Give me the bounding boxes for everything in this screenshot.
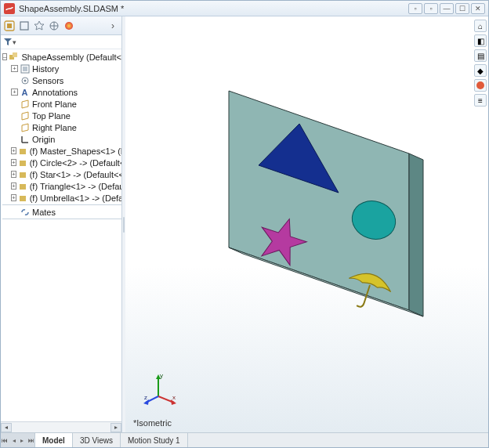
annotations-icon: A [20,87,30,97]
plane-icon [20,99,30,109]
tab-first-icon[interactable]: ⏮ [0,437,9,444]
tab-next-icon[interactable]: ▸ [19,437,25,444]
feature-tree: – ShapeAssembly (Default<Display Stat + … [1,49,121,421]
titlebar: ShapeAssembly.SLDASM * ▫ ▫ — ☐ ✕ [1,1,488,16]
svg-point-13 [24,79,26,81]
view-orientation-label: *Isometric [133,418,172,428]
sidebar-tabs: › [1,16,121,35]
svg-text:x: x [172,394,176,401]
scroll-right-icon[interactable]: ▸ [110,423,121,432]
tab-model[interactable]: Model [35,432,73,447]
tree-front-plane[interactable]: Front Plane [2,98,121,110]
tree-sensors[interactable]: Sensors [2,74,121,86]
tree-top-plane[interactable]: Top Plane [2,110,121,121]
filter-row[interactable]: ▾ [1,35,121,49]
tree-label: (f) Circle<2> -> (Default<<Default [30,158,121,168]
rail-button-icon[interactable]: ▤ [474,49,487,62]
svg-rect-16 [20,149,26,154]
tree-label: Front Plane [32,99,77,109]
expand-icon[interactable]: + [11,159,16,166]
collapse-icon[interactable]: – [2,53,7,60]
tab-config-icon[interactable] [33,20,45,32]
tree-annotations[interactable]: + A Annotations [2,86,121,98]
svg-rect-3 [20,22,28,30]
rail-button-icon[interactable]: ◆ [474,64,487,77]
bottom-tab-strip: ⏮ ◂ ▸ ⏭ Model 3D Views Motion Study 1 [1,432,488,447]
rail-button-icon[interactable]: ◧ [474,34,487,47]
tree-label: (f) Triangle<1> -> (Default<<Defa [30,182,121,191]
svg-rect-9 [13,52,17,57]
rail-appearance-icon[interactable] [474,79,487,92]
tree-component[interactable]: + (f) Star<1> -> (Default<<Default> [2,168,121,180]
origin-icon [20,134,30,144]
close-button[interactable]: ✕ [471,3,485,14]
tree-label: (f) Umbrella<1> -> (Default<<De [30,193,121,203]
tree-label: Origin [32,135,55,144]
tree-component[interactable]: + (f) Circle<2> -> (Default<<Default [2,157,121,168]
part-icon [18,146,27,156]
feature-tree-sidebar: › ▾ – ShapeAssembly (Default<Display Sta… [1,16,122,432]
rail-button-icon[interactable]: ≡ [474,94,487,107]
part-icon [18,169,27,179]
tree-root[interactable]: – ShapeAssembly (Default<Display Stat [2,51,121,63]
tab-prev-icon[interactable]: ◂ [11,437,17,444]
app-icon [4,3,15,14]
tree-label: (f) Star<1> -> (Default<<Default> [30,170,121,179]
graphics-viewport[interactable]: y x z *Isometric [125,16,488,432]
tree-mates[interactable]: Mates [2,206,121,218]
svg-text:y: y [160,372,163,379]
part-icon [18,181,27,191]
expand-icon[interactable]: + [11,89,18,96]
tree-origin[interactable]: Origin [2,133,121,145]
expand-icon[interactable]: + [11,65,18,72]
view-triad: y x z [141,368,180,410]
svg-marker-21 [229,91,409,310]
svg-rect-11 [23,67,27,71]
tab-dim-icon[interactable] [48,20,60,32]
svg-rect-17 [20,161,26,166]
minimize-button[interactable]: — [440,3,454,14]
mates-icon [20,207,30,217]
svg-rect-20 [20,196,26,201]
tree-label: Annotations [32,88,78,97]
svg-text:z: z [144,394,147,401]
tab-appearance-icon[interactable] [63,20,75,32]
part-icon [18,193,27,203]
tree-label: ShapeAssembly (Default<Display Stat [21,52,121,62]
assembly-icon [9,52,19,62]
tree-right-plane[interactable]: Right Plane [2,121,121,133]
tree-label: History [32,64,59,74]
tree-component[interactable]: + (f) Triangle<1> -> (Default<<Defa [2,180,121,192]
rail-home-icon[interactable]: ⌂ [474,20,487,32]
sidebar-h-scrollbar[interactable]: ◂ ▸ [1,421,121,432]
svg-point-7 [65,22,73,30]
tab-feature-tree-icon[interactable] [3,20,16,32]
tree-component[interactable]: + (f) Umbrella<1> -> (Default<<De [2,192,121,204]
window-button-extra1[interactable]: ▫ [408,3,422,14]
window-title: ShapeAssembly.SLDASM * [17,4,408,13]
plane-icon [20,122,30,132]
tree-label: Sensors [32,76,63,85]
tree-component[interactable]: + (f) Master_Shapes<1> (Default<< [2,145,121,157]
tree-label: Right Plane [32,123,77,132]
tab-motion-study[interactable]: Motion Study 1 [121,433,188,447]
svg-rect-2 [7,23,12,28]
tab-last-icon[interactable]: ⏭ [27,437,36,444]
tab-property-icon[interactable] [18,20,31,32]
tree-history[interactable]: + History [2,63,121,74]
svg-rect-19 [20,184,26,190]
tree-label: (f) Master_Shapes<1> (Default<< [30,146,121,156]
right-task-rail: ⌂ ◧ ▤ ◆ ≡ [473,16,488,107]
maximize-button[interactable]: ☐ [455,3,469,14]
svg-point-36 [476,81,484,89]
expand-icon[interactable]: + [11,182,16,190]
model-render [174,60,440,373]
expand-icon[interactable]: + [11,171,16,178]
tab-3d-views[interactable]: 3D Views [73,433,121,447]
expand-chevron-icon[interactable]: › [107,20,119,32]
window-button-extra2[interactable]: ▫ [424,3,438,14]
expand-icon[interactable]: + [11,194,16,201]
expand-icon[interactable]: + [11,147,16,154]
scroll-left-icon[interactable]: ◂ [1,423,12,432]
tree-label: Top Plane [32,111,71,121]
